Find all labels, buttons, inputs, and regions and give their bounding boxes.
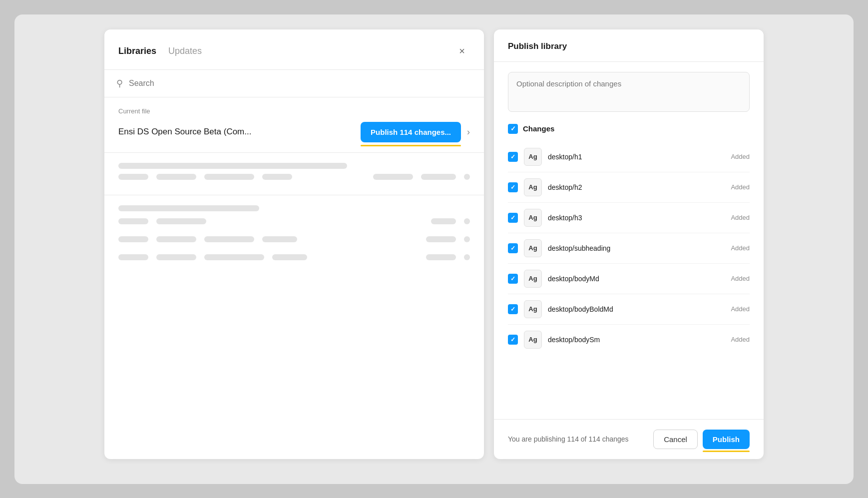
blur-block bbox=[204, 174, 254, 180]
publish-header: Publish library bbox=[494, 29, 764, 62]
item-icon-5: Ag bbox=[524, 300, 542, 318]
change-item: Ag desktop/bodyMd Added bbox=[508, 264, 750, 294]
change-item: Ag desktop/h2 Added bbox=[508, 172, 750, 203]
file-row: Ensi DS Open Source Beta (Com... Publish… bbox=[118, 122, 470, 142]
blur-line bbox=[118, 205, 259, 211]
blur-block bbox=[156, 218, 206, 224]
changes-header: Changes bbox=[508, 124, 750, 134]
blurred-content-2 bbox=[104, 195, 484, 275]
blur-block bbox=[373, 174, 413, 180]
changes-label: Changes bbox=[523, 124, 554, 133]
change-item: Ag desktop/h1 Added bbox=[508, 142, 750, 172]
current-file-label: Current file bbox=[118, 107, 470, 115]
publishing-info: You are publishing 114 of 114 changes bbox=[508, 435, 629, 443]
changes-master-checkbox[interactable] bbox=[508, 124, 518, 134]
blur-block bbox=[118, 218, 148, 224]
blur-block bbox=[262, 236, 297, 242]
item-name-0: desktop/h1 bbox=[548, 153, 725, 161]
blur-block bbox=[421, 174, 456, 180]
item-name-1: desktop/h2 bbox=[548, 183, 725, 191]
item-status-6: Added bbox=[731, 336, 750, 343]
blur-block bbox=[204, 254, 264, 260]
search-input[interactable] bbox=[129, 79, 472, 88]
blur-block bbox=[426, 254, 456, 260]
blur-block bbox=[156, 254, 196, 260]
blur-block bbox=[156, 174, 196, 180]
blur-block bbox=[464, 218, 470, 224]
tab-updates[interactable]: Updates bbox=[168, 46, 202, 56]
publish-panel: Publish library Changes Ag desktop/h1 Ad… bbox=[494, 29, 764, 459]
blur-block bbox=[118, 236, 148, 242]
screen-wrapper: Libraries Updates × ⚲ Current file Ensi … bbox=[14, 14, 854, 484]
blur-block bbox=[204, 236, 254, 242]
search-icon: ⚲ bbox=[116, 78, 123, 89]
current-file-section: Current file Ensi DS Open Source Beta (C… bbox=[104, 97, 484, 153]
item-checkbox-0[interactable] bbox=[508, 152, 518, 162]
publish-panel-title: Publish library bbox=[508, 41, 567, 51]
item-status-4: Added bbox=[731, 275, 750, 282]
file-name: Ensi DS Open Source Beta (Com... bbox=[118, 127, 251, 137]
item-name-3: desktop/subheading bbox=[548, 244, 725, 252]
item-status-0: Added bbox=[731, 153, 750, 160]
item-checkbox-6[interactable] bbox=[508, 335, 518, 345]
blur-block bbox=[464, 174, 470, 180]
libraries-panel: Libraries Updates × ⚲ Current file Ensi … bbox=[104, 29, 484, 459]
tab-libraries[interactable]: Libraries bbox=[118, 46, 156, 56]
blur-row bbox=[118, 174, 470, 180]
item-checkbox-5[interactable] bbox=[508, 304, 518, 314]
item-checkbox-4[interactable] bbox=[508, 274, 518, 284]
blur-block bbox=[464, 254, 470, 260]
item-icon-6: Ag bbox=[524, 331, 542, 349]
item-status-1: Added bbox=[731, 183, 750, 191]
blur-block bbox=[118, 174, 148, 180]
item-checkbox-2[interactable] bbox=[508, 213, 518, 223]
item-name-4: desktop/bodyMd bbox=[548, 275, 725, 283]
item-icon-4: Ag bbox=[524, 270, 542, 288]
file-actions: Publish 114 changes... › bbox=[361, 122, 470, 142]
publish-body: Changes Ag desktop/h1 Added Ag desktop/h… bbox=[494, 62, 764, 419]
blurred-content-1 bbox=[104, 153, 484, 195]
blur-row bbox=[118, 254, 470, 260]
item-icon-0: Ag bbox=[524, 148, 542, 166]
item-status-2: Added bbox=[731, 214, 750, 221]
blur-line bbox=[118, 163, 347, 169]
blur-block bbox=[431, 218, 456, 224]
libraries-header: Libraries Updates × bbox=[104, 29, 484, 70]
publish-changes-button[interactable]: Publish 114 changes... bbox=[361, 122, 461, 142]
libraries-tabs: Libraries Updates bbox=[118, 46, 202, 56]
change-item: Ag desktop/bodySm Added bbox=[508, 325, 750, 355]
description-input[interactable] bbox=[508, 72, 750, 112]
item-name-5: desktop/bodyBoldMd bbox=[548, 305, 725, 313]
blur-row bbox=[118, 218, 470, 224]
blur-block bbox=[118, 254, 148, 260]
change-item: Ag desktop/subheading Added bbox=[508, 233, 750, 264]
change-item: Ag desktop/h3 Added bbox=[508, 203, 750, 233]
blur-block bbox=[272, 254, 307, 260]
changes-list: Ag desktop/h1 Added Ag desktop/h2 Added … bbox=[508, 142, 750, 355]
blur-row bbox=[118, 236, 470, 242]
publish-footer: You are publishing 114 of 114 changes Ca… bbox=[494, 419, 764, 459]
change-item: Ag desktop/bodyBoldMd Added bbox=[508, 294, 750, 325]
item-icon-1: Ag bbox=[524, 178, 542, 196]
item-checkbox-3[interactable] bbox=[508, 243, 518, 253]
publish-button[interactable]: Publish bbox=[703, 430, 750, 449]
item-icon-2: Ag bbox=[524, 209, 542, 227]
item-icon-3: Ag bbox=[524, 239, 542, 257]
chevron-right-icon[interactable]: › bbox=[467, 127, 470, 137]
item-status-3: Added bbox=[731, 244, 750, 252]
item-status-5: Added bbox=[731, 305, 750, 313]
search-bar: ⚲ bbox=[104, 70, 484, 97]
changes-section: Changes Ag desktop/h1 Added Ag desktop/h… bbox=[508, 124, 750, 355]
footer-actions: Cancel Publish bbox=[653, 430, 750, 449]
cancel-button[interactable]: Cancel bbox=[653, 430, 698, 449]
blur-block bbox=[464, 236, 470, 242]
blur-block bbox=[426, 236, 456, 242]
item-name-6: desktop/bodySm bbox=[548, 336, 725, 344]
blur-block bbox=[156, 236, 196, 242]
item-checkbox-1[interactable] bbox=[508, 182, 518, 192]
blur-block bbox=[262, 174, 292, 180]
close-button[interactable]: × bbox=[454, 43, 470, 59]
item-name-2: desktop/h3 bbox=[548, 214, 725, 222]
